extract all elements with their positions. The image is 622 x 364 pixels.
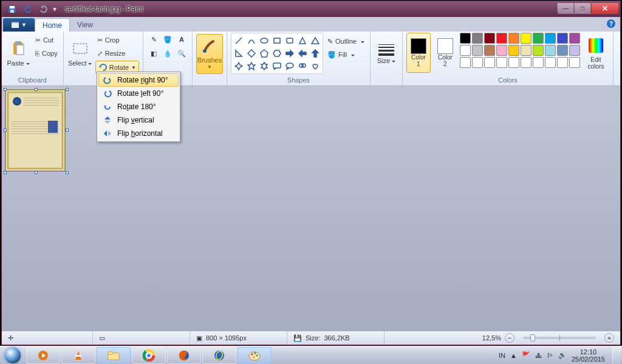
file-tab[interactable]: ▼ [3,18,35,32]
minimize-button[interactable]: — [557,3,574,14]
task-paint[interactable] [238,347,272,364]
color-swatch[interactable] [557,57,568,68]
shape-diamond[interactable] [245,47,258,59]
clock[interactable]: 12:10 25/02/2015 [572,348,607,363]
shape-arrow-left[interactable] [296,47,309,59]
shapes-gallery[interactable] [231,33,323,74]
color-swatch[interactable] [484,57,495,68]
shape-roundrect[interactable] [284,35,296,47]
color-swatch[interactable] [533,57,544,68]
shape-outline-button[interactable]: ✎Outline [326,35,366,47]
fill-tool[interactable]: 🪣 [161,33,174,46]
shape-star6[interactable] [258,60,270,72]
shape-star5[interactable] [245,60,258,72]
color-swatch[interactable] [508,45,519,56]
color-swatch[interactable] [545,57,556,68]
flip-horizontal[interactable]: Flip horizontal [98,127,179,140]
select-button[interactable]: Select [67,33,93,73]
handle-n[interactable] [35,88,38,91]
text-tool[interactable]: A [175,33,188,46]
color-swatch[interactable] [484,33,495,44]
color-swatch[interactable] [521,57,531,68]
color-swatch[interactable] [545,45,556,56]
handle-se[interactable] [66,171,69,174]
brushes-button[interactable]: Brushes ▼ [196,34,223,74]
rotate-left-90[interactable]: Rotate left 90° [98,87,179,100]
color-swatch[interactable] [460,57,471,68]
tab-home[interactable]: Home [35,18,70,32]
color-swatch[interactable] [557,33,568,44]
color-swatch[interactable] [521,45,531,56]
show-desktop-button[interactable] [612,347,621,364]
canvas-area[interactable] [2,86,620,331]
color-swatch[interactable] [569,33,580,44]
maximize-button[interactable]: □ [574,3,591,14]
shape-callout-oval[interactable] [284,60,296,72]
shape-arrow-right[interactable] [284,47,296,59]
start-button[interactable] [0,346,26,365]
shape-right-triangle[interactable] [233,47,245,59]
task-ie[interactable] [202,347,236,364]
handle-w[interactable] [4,129,7,132]
handle-nw[interactable] [4,88,7,91]
color-swatch[interactable] [484,45,495,56]
task-explorer[interactable] [97,347,131,364]
task-vlc[interactable] [61,347,95,364]
size-button[interactable]: Size [374,34,398,74]
color-swatch[interactable] [496,33,507,44]
magnifier-tool[interactable]: 🔍 [175,47,188,60]
tray-flag-icon[interactable]: ▲ [510,352,517,359]
shape-callout-rect[interactable] [271,60,283,72]
crop-button[interactable]: ✂Crop [95,34,139,46]
color-swatch[interactable] [472,33,483,44]
color-swatch[interactable] [569,45,580,56]
task-chrome[interactable] [132,347,166,364]
zoom-thumb[interactable] [530,334,535,342]
shape-polygon[interactable] [296,35,309,47]
handle-ne[interactable] [66,88,69,91]
language-indicator[interactable]: IN [499,352,505,359]
shape-callout-cloud[interactable] [296,60,309,72]
tray-flag2-icon[interactable]: 🚩 [522,351,530,359]
color-swatch[interactable] [496,57,507,68]
color-swatch[interactable] [496,45,507,56]
cut-button[interactable]: ✂Cut [33,34,60,46]
help-icon[interactable]: ? [607,19,615,28]
tray-network-icon[interactable]: 🖧 [535,352,542,359]
close-button[interactable]: ✕ [591,3,619,14]
color-picker-tool[interactable]: 💧 [161,47,174,60]
save-icon[interactable] [5,3,19,15]
color1-button[interactable]: Color 1 [406,33,431,73]
shape-pentagon[interactable] [258,47,270,59]
color-swatch[interactable] [521,33,531,44]
task-media-player[interactable] [26,347,60,364]
handle-e[interactable] [66,129,69,132]
color-swatch[interactable] [508,33,519,44]
redo-icon[interactable] [37,3,50,15]
undo-icon[interactable] [21,3,35,15]
handle-s[interactable] [35,171,38,174]
color-swatch[interactable] [508,57,519,68]
shape-hexagon[interactable] [271,47,283,59]
canvas-image[interactable] [5,90,65,171]
shape-triangle[interactable] [309,35,321,47]
task-firefox[interactable] [167,347,201,364]
shape-rect[interactable] [271,35,283,47]
color-swatch[interactable] [460,45,471,56]
pencil-tool[interactable]: ✎ [147,33,160,46]
shape-arrow-up[interactable] [309,47,321,59]
paste-button[interactable]: Paste [5,33,31,73]
tray-volume-icon[interactable]: 🔊 [558,351,567,359]
flip-vertical[interactable]: Flip vertical [98,113,179,127]
color-swatch[interactable] [557,45,568,56]
rotate-right-90[interactable]: Rotate right 90° [98,73,179,87]
color-swatch[interactable] [472,57,483,68]
rotate-180[interactable]: Rotate 180° [98,100,179,113]
tray-action-icon[interactable]: 🏳 [547,352,553,359]
handle-sw[interactable] [4,171,7,174]
color-swatch[interactable] [533,45,544,56]
tab-view[interactable]: View [70,18,100,32]
zoom-slider[interactable] [523,337,596,339]
color2-button[interactable]: Color 2 [433,33,457,73]
shape-line[interactable] [233,35,245,47]
